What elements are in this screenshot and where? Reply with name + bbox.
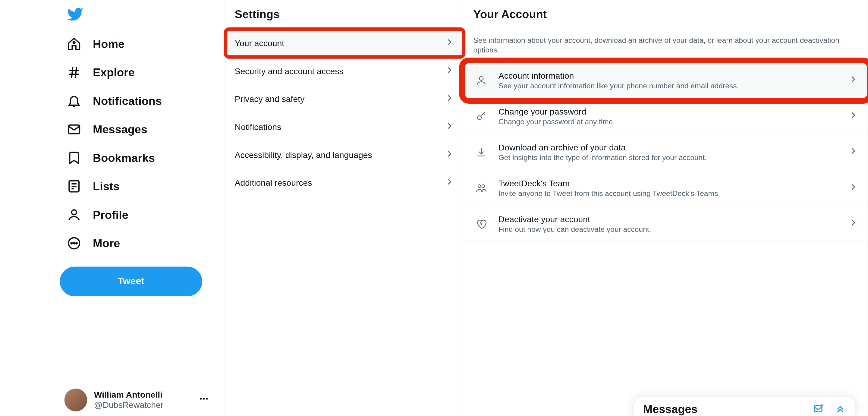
account-item-title: Change your password (498, 107, 839, 116)
settings-item-additional-resources[interactable]: Additional resources (225, 169, 464, 197)
nav-more[interactable]: More (60, 229, 127, 258)
svg-point-15 (200, 398, 202, 400)
svg-point-12 (71, 243, 72, 244)
user-icon (473, 75, 490, 86)
chevron-right-icon (444, 65, 455, 77)
avatar (64, 389, 87, 412)
settings-item-label: Notifications (235, 122, 281, 131)
account-item-change-password[interactable]: Change your password Change your passwor… (464, 98, 867, 135)
account-item-deactivate[interactable]: Deactivate your account Find out how you… (464, 206, 867, 242)
chevron-right-icon (444, 177, 455, 189)
chevron-right-icon (444, 149, 455, 161)
mail-icon (67, 122, 82, 137)
svg-line-3 (72, 67, 73, 78)
account-item-title: Download an archive of your data (498, 142, 839, 152)
svg-point-14 (76, 243, 77, 244)
settings-item-accessibility[interactable]: Accessibility, display, and languages (225, 141, 464, 169)
more-icon (67, 236, 82, 250)
account-item-information[interactable]: Account information See your account inf… (464, 62, 867, 98)
nav-bookmarks[interactable]: Bookmarks (60, 144, 161, 172)
chevron-right-icon (848, 146, 858, 158)
chevron-right-icon (848, 74, 858, 87)
account-item-tweetdeck-team[interactable]: TweetDeck's Team Invite anyone to Tweet … (464, 170, 867, 206)
settings-item-privacy[interactable]: Privacy and safety (225, 85, 464, 113)
tweet-button[interactable]: Tweet (60, 267, 202, 296)
home-icon (67, 36, 82, 51)
svg-point-0 (73, 41, 75, 43)
settings-item-label: Additional resources (235, 178, 312, 187)
key-icon (473, 110, 490, 122)
settings-item-notifications[interactable]: Notifications (225, 113, 464, 141)
settings-item-label: Your account (235, 38, 284, 48)
svg-point-13 (73, 243, 75, 244)
profile-name: William Antonelli (94, 390, 192, 400)
nav-explore[interactable]: Explore (60, 58, 141, 87)
messages-drawer-title: Messages (643, 403, 698, 416)
svg-point-20 (478, 184, 481, 187)
svg-point-18 (479, 76, 484, 80)
download-icon (473, 146, 490, 158)
ellipsis-icon (199, 394, 209, 406)
svg-rect-22 (814, 406, 822, 412)
list-icon (67, 179, 82, 194)
account-header: Your Account (464, 0, 867, 29)
bookmark-icon (67, 150, 82, 165)
account-item-title: Deactivate your account (498, 214, 839, 224)
left-sidebar: Home Explore Notifications Messages Book… (0, 0, 225, 416)
settings-item-your-account[interactable]: Your account (225, 29, 464, 57)
account-item-subtitle: Find out how you can deactivate your acc… (498, 225, 839, 233)
nav-label: Home (93, 37, 124, 50)
account-item-title: TweetDeck's Team (498, 178, 839, 188)
chevron-right-icon (444, 121, 455, 133)
svg-line-4 (75, 67, 76, 78)
chevron-right-icon (848, 181, 858, 194)
profile-chip[interactable]: William Antonelli @DubsRewatcher (60, 384, 213, 416)
settings-item-label: Security and account access (235, 66, 344, 76)
account-column: Your Account See information about your … (464, 0, 868, 416)
user-icon (67, 207, 82, 222)
chevron-right-icon (444, 93, 455, 105)
bird-icon (67, 6, 84, 23)
nav-label: Explore (93, 66, 135, 79)
chevron-right-icon (444, 37, 455, 49)
settings-column: Settings Your account Security and accou… (225, 0, 464, 416)
account-item-download-archive[interactable]: Download an archive of your data Get ins… (464, 135, 867, 170)
bell-icon (67, 93, 82, 108)
settings-item-label: Privacy and safety (235, 94, 305, 104)
account-item-subtitle: Change your password at any time. (498, 117, 839, 126)
chevron-right-icon (848, 110, 858, 122)
hash-icon (67, 65, 82, 80)
svg-point-10 (72, 210, 76, 215)
account-item-subtitle: Invite anyone to Tweet from this account… (498, 189, 839, 198)
nav-profile[interactable]: Profile (60, 201, 135, 229)
expand-drawer-icon[interactable] (835, 403, 846, 416)
nav-label: Messages (93, 123, 147, 136)
nav-notifications[interactable]: Notifications (60, 87, 168, 115)
nav-lists[interactable]: Lists (60, 172, 126, 201)
settings-item-label: Accessibility, display, and languages (235, 150, 372, 159)
svg-point-21 (482, 184, 485, 187)
nav-messages[interactable]: Messages (60, 115, 154, 144)
new-message-icon[interactable] (813, 403, 824, 416)
account-item-title: Account information (498, 70, 839, 80)
svg-point-19 (477, 116, 481, 120)
account-item-subtitle: See your account information like your p… (498, 81, 839, 90)
profile-handle: @DubsRewatcher (94, 400, 192, 410)
settings-header: Settings (225, 0, 464, 29)
nav-label: Lists (93, 180, 119, 192)
account-description: See information about your account, down… (464, 29, 867, 62)
nav-label: Profile (93, 208, 128, 221)
chevron-right-icon (848, 218, 858, 230)
messages-drawer[interactable]: Messages (633, 396, 856, 416)
account-item-subtitle: Get insights into the type of informatio… (498, 153, 839, 161)
nav-label: More (93, 237, 120, 249)
nav-label: Bookmarks (93, 151, 155, 164)
twitter-logo[interactable] (60, 0, 225, 30)
team-icon (473, 182, 490, 194)
nav-label: Notifications (93, 94, 162, 107)
svg-point-16 (203, 398, 205, 400)
nav-home[interactable]: Home (60, 30, 131, 58)
svg-point-17 (206, 398, 208, 400)
settings-item-security[interactable]: Security and account access (225, 57, 464, 85)
heartbreak-icon (473, 218, 490, 229)
